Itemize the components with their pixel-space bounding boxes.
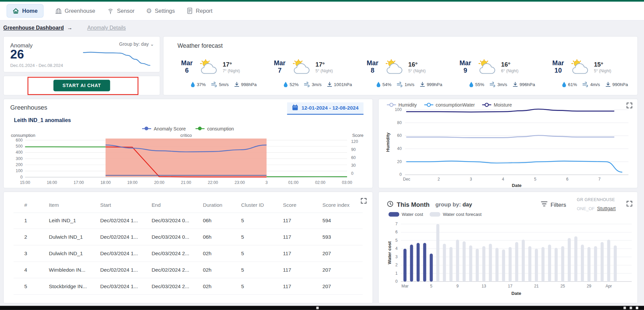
cell-index: 5: [24, 283, 49, 289]
svg-text:Date: Date: [512, 183, 522, 188]
breadcrumb-link-dashboard[interactable]: Greenhouse Dashboard: [3, 25, 64, 31]
svg-text:4: 4: [502, 177, 504, 182]
wind-stat: 4m/s: [583, 82, 600, 87]
svg-text:Apr: Apr: [605, 284, 612, 288]
table-row[interactable]: 1 Leith IND_1 Dec/02/2024 1... Dec/03/20…: [13, 212, 362, 229]
table-row[interactable]: 3 Dulwich IND_1 Dec/03/2024 1... Dec/03/…: [13, 245, 362, 262]
sun-cloud-icon: [571, 59, 590, 75]
greenhouses-card: Greenhouses 12-01-2024 - 12-08-2024 Leit…: [3, 99, 373, 188]
svg-text:40: 40: [397, 146, 402, 151]
legend-label: Water cost: [402, 212, 423, 217]
cell-cluster-id: 5: [241, 267, 283, 273]
legend-item-consumption[interactable]: consumption: [196, 126, 234, 131]
breadcrumb-link-anomaly-details[interactable]: Anomaly Details: [87, 25, 126, 31]
table-row[interactable]: 5 Stockbridge IN... Dec/03/2024 1... Dec…: [13, 278, 362, 295]
weather-stats: 52% 3m/s 1001hPa: [271, 81, 357, 87]
pressure-icon: [513, 82, 518, 87]
taskbar-icon[interactable]: [630, 307, 632, 309]
nav-item-home[interactable]: Home: [7, 4, 43, 17]
svg-text:25: 25: [560, 284, 565, 288]
this-month-card: This Month group by: day Filters GR GREE…: [378, 192, 638, 304]
svg-text:17: 17: [508, 284, 513, 288]
weather-date: Mar10: [550, 60, 567, 75]
cell-end: Dec/02/2024 2...: [152, 267, 203, 273]
svg-text:Date: Date: [511, 291, 521, 296]
chevron-down-icon: ⌄: [150, 41, 154, 46]
cell-score: 117: [283, 283, 322, 289]
day-temp: 15°: [594, 61, 611, 68]
wind-stat: 3m/s: [304, 82, 321, 87]
start-ai-chat-button[interactable]: START AI CHAT: [53, 80, 110, 91]
svg-text:0: 0: [399, 172, 402, 177]
wind-icon: [397, 82, 403, 87]
filters-button[interactable]: Filters: [541, 201, 566, 208]
weather-stats: 54% 1m/s 999hPa: [364, 81, 450, 87]
svg-text:3: 3: [395, 255, 398, 259]
cell-item: Dulwich IND_1: [49, 250, 100, 256]
weather-temps: 17° 7° (Night): [223, 61, 240, 73]
nav-item-greenhouse[interactable]: Greenhouse: [55, 7, 95, 14]
weather-stats: 61% 4m/s 990hPa: [550, 81, 636, 87]
day-temp: 17°: [223, 61, 240, 68]
col-duration: Duration: [203, 202, 241, 208]
weather-day: Mar6 17° 7° (Night) 37% 5m/s: [172, 55, 264, 87]
svg-text:200: 200: [16, 162, 23, 167]
svg-text:7: 7: [395, 222, 398, 226]
legend-item-water-cost-forecast[interactable]: Water cost forecast: [430, 212, 481, 217]
weather-day: Mar8 16° 5° (Night) 54% 1m/s: [357, 55, 450, 87]
night-temp: 5° (Night): [408, 69, 426, 73]
pressure-icon: [234, 82, 240, 87]
cell-start: Dec/03/2024 1...: [100, 250, 152, 256]
weather-days: Mar6 17° 7° (Night) 37% 5m/s: [172, 55, 636, 87]
col-score: Score: [283, 202, 322, 208]
nav-label: Home: [22, 8, 38, 14]
cell-duration: 02h: [203, 250, 241, 256]
svg-text:120: 120: [351, 139, 358, 144]
table-header: # Item Start End Duration Cluster ID Sco…: [13, 198, 362, 213]
ai-chat-card: START AI CHAT: [3, 76, 160, 95]
svg-text:300: 300: [16, 156, 23, 161]
pressure-stat: 999hPa: [420, 82, 442, 87]
expand-icon[interactable]: [626, 201, 632, 208]
pressure-stat: 996hPa: [513, 82, 535, 87]
wind-icon: [583, 82, 589, 87]
droplet-icon: [562, 81, 566, 87]
wind-icon: [489, 82, 496, 87]
weather-date: Mar8: [364, 60, 381, 75]
one-of-label: ONE_OF: [577, 206, 595, 211]
table-body: 1 Leith IND_1 Dec/02/2024 1... Dec/03/20…: [13, 212, 362, 295]
cell-duration: 06h: [203, 218, 241, 223]
svg-text:29: 29: [587, 284, 591, 288]
breadcrumb-arrow-icon: →: [67, 25, 73, 31]
legend-item-anomaly-score[interactable]: Anomaly Score: [142, 126, 186, 131]
anomaly-count: 26: [10, 47, 24, 62]
legend-item-water-cost[interactable]: Water cost: [389, 212, 423, 217]
greenhouses-title: Greenhouses: [10, 104, 47, 111]
svg-text:1: 1: [395, 271, 398, 276]
cell-start: Dec/03/2024 1...: [100, 283, 152, 289]
taskbar-icon[interactable]: [316, 307, 318, 309]
cell-index: 2: [24, 234, 49, 240]
svg-text:500: 500: [16, 144, 23, 149]
cell-score: 117: [283, 267, 322, 273]
table-row[interactable]: 4 Wimbledon IN... Dec/02/2024 1... Dec/0…: [13, 262, 362, 278]
cell-cluster-id: 5: [241, 234, 283, 240]
cell-score: 117: [283, 234, 322, 240]
city-filter-value[interactable]: Stuttgart: [597, 205, 615, 211]
taskbar-icon[interactable]: [636, 307, 638, 309]
table-row[interactable]: 2 Dulwich IND_1 Dec/02/2024 1... Dec/03/…: [13, 229, 362, 245]
date-range-picker[interactable]: 12-01-2024 - 12-08-2024: [287, 102, 363, 115]
weather-day-top: Mar6 17° 7° (Night): [178, 55, 265, 78]
month-group-by[interactable]: group by: day: [435, 201, 472, 207]
wind-stat: 3m/s: [489, 82, 507, 87]
droplet-icon: [376, 81, 381, 87]
night-temp: 5° (Night): [594, 69, 611, 73]
svg-text:3: 3: [265, 180, 268, 185]
nav-item-report[interactable]: Report: [186, 7, 213, 14]
nav-item-settings[interactable]: ⚙ Settings: [146, 8, 175, 14]
taskbar-icon[interactable]: [624, 307, 626, 309]
svg-text:21:00: 21:00: [181, 180, 191, 185]
nav-item-sensor[interactable]: Sensor: [107, 7, 135, 14]
group-by-dropdown[interactable]: Group by: day ⌄: [119, 41, 154, 47]
svg-text:22:00: 22:00: [208, 180, 218, 185]
